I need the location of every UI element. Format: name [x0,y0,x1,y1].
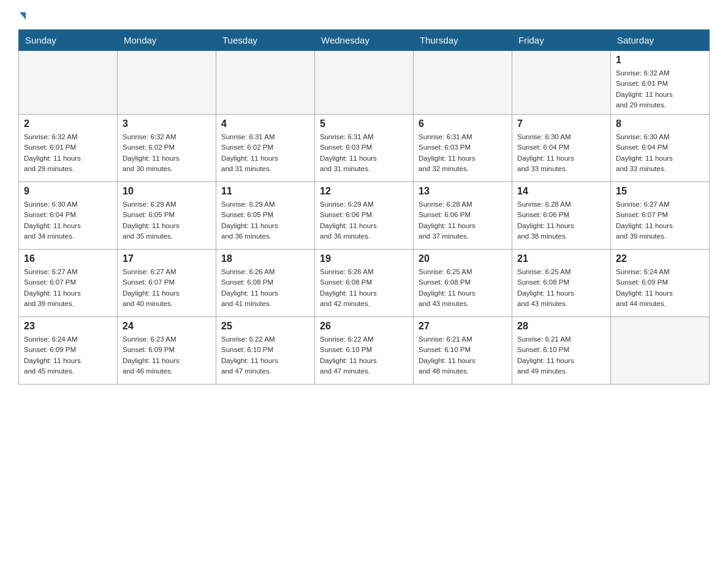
calendar-week-2: 2Sunrise: 6:32 AM Sunset: 6:01 PM Daylig… [19,115,710,182]
calendar-cell: 8Sunrise: 6:30 AM Sunset: 6:04 PM Daylig… [611,115,710,182]
logo [18,12,26,20]
calendar-cell: 7Sunrise: 6:30 AM Sunset: 6:04 PM Daylig… [512,115,611,182]
day-number: 18 [221,253,309,264]
calendar-cell: 13Sunrise: 6:28 AM Sunset: 6:06 PM Dayli… [414,182,512,250]
calendar-cell: 28Sunrise: 6:21 AM Sunset: 6:10 PM Dayli… [512,317,611,385]
day-info: Sunrise: 6:28 AM Sunset: 6:06 PM Dayligh… [419,199,507,242]
day-number: 20 [419,253,507,264]
day-info: Sunrise: 6:32 AM Sunset: 6:01 PM Dayligh… [616,68,704,110]
day-number: 5 [320,118,408,129]
day-number: 10 [123,186,211,197]
calendar-cell: 3Sunrise: 6:32 AM Sunset: 6:02 PM Daylig… [118,115,216,182]
day-info: Sunrise: 6:26 AM Sunset: 6:08 PM Dayligh… [320,267,408,309]
day-number: 6 [419,118,507,129]
day-info: Sunrise: 6:30 AM Sunset: 6:04 PM Dayligh… [24,199,112,242]
day-info: Sunrise: 6:28 AM Sunset: 6:06 PM Dayligh… [517,199,605,242]
weekday-header-monday: Monday [118,30,216,51]
weekday-header-saturday: Saturday [611,30,710,51]
page-header [18,12,710,20]
weekday-header-sunday: Sunday [19,30,118,51]
calendar-week-3: 9Sunrise: 6:30 AM Sunset: 6:04 PM Daylig… [19,182,710,250]
calendar-cell: 11Sunrise: 6:29 AM Sunset: 6:05 PM Dayli… [216,182,315,250]
day-number: 3 [123,118,211,129]
day-number: 2 [24,118,112,129]
calendar-cell: 19Sunrise: 6:26 AM Sunset: 6:08 PM Dayli… [315,250,414,317]
calendar-body: 1Sunrise: 6:32 AM Sunset: 6:01 PM Daylig… [19,51,710,385]
calendar-cell: 21Sunrise: 6:25 AM Sunset: 6:08 PM Dayli… [512,250,611,317]
calendar-cell: 9Sunrise: 6:30 AM Sunset: 6:04 PM Daylig… [19,182,118,250]
calendar-cell: 27Sunrise: 6:21 AM Sunset: 6:10 PM Dayli… [414,317,512,385]
calendar-cell: 5Sunrise: 6:31 AM Sunset: 6:03 PM Daylig… [315,115,414,182]
calendar-cell: 14Sunrise: 6:28 AM Sunset: 6:06 PM Dayli… [512,182,611,250]
weekday-row: SundayMondayTuesdayWednesdayThursdayFrid… [19,30,710,51]
day-number: 28 [517,321,605,332]
day-number: 17 [123,253,211,264]
day-info: Sunrise: 6:32 AM Sunset: 6:02 PM Dayligh… [123,132,211,174]
weekday-header-wednesday: Wednesday [315,30,414,51]
calendar-header: SundayMondayTuesdayWednesdayThursdayFrid… [19,30,710,51]
day-number: 25 [221,321,309,332]
day-number: 23 [24,321,112,332]
day-info: Sunrise: 6:29 AM Sunset: 6:05 PM Dayligh… [123,199,211,242]
day-number: 4 [221,118,309,129]
day-info: Sunrise: 6:30 AM Sunset: 6:04 PM Dayligh… [517,132,605,174]
day-number: 21 [517,253,605,264]
day-info: Sunrise: 6:22 AM Sunset: 6:10 PM Dayligh… [221,334,309,377]
day-info: Sunrise: 6:25 AM Sunset: 6:08 PM Dayligh… [419,267,507,309]
day-info: Sunrise: 6:24 AM Sunset: 6:09 PM Dayligh… [24,334,112,377]
calendar-table: SundayMondayTuesdayWednesdayThursdayFrid… [18,29,710,385]
day-number: 8 [616,118,704,129]
day-number: 14 [517,186,605,197]
calendar-cell: 22Sunrise: 6:24 AM Sunset: 6:09 PM Dayli… [611,250,710,317]
day-info: Sunrise: 6:22 AM Sunset: 6:10 PM Dayligh… [320,334,408,377]
day-number: 22 [616,253,704,264]
day-info: Sunrise: 6:23 AM Sunset: 6:09 PM Dayligh… [123,334,211,377]
day-number: 15 [616,186,704,197]
calendar-cell: 25Sunrise: 6:22 AM Sunset: 6:10 PM Dayli… [216,317,315,385]
weekday-header-friday: Friday [512,30,611,51]
calendar-cell [611,317,710,385]
day-number: 1 [616,55,704,66]
day-number: 12 [320,186,408,197]
calendar-week-5: 23Sunrise: 6:24 AM Sunset: 6:09 PM Dayli… [19,317,710,385]
calendar-week-4: 16Sunrise: 6:27 AM Sunset: 6:07 PM Dayli… [19,250,710,317]
day-info: Sunrise: 6:31 AM Sunset: 6:03 PM Dayligh… [419,132,507,174]
day-info: Sunrise: 6:30 AM Sunset: 6:04 PM Dayligh… [616,132,704,174]
calendar-cell: 20Sunrise: 6:25 AM Sunset: 6:08 PM Dayli… [414,250,512,317]
calendar-cell: 23Sunrise: 6:24 AM Sunset: 6:09 PM Dayli… [19,317,118,385]
day-number: 16 [24,253,112,264]
calendar-cell [414,51,512,115]
calendar-cell [315,51,414,115]
calendar-cell: 1Sunrise: 6:32 AM Sunset: 6:01 PM Daylig… [611,51,710,115]
calendar-cell: 4Sunrise: 6:31 AM Sunset: 6:02 PM Daylig… [216,115,315,182]
calendar-cell: 10Sunrise: 6:29 AM Sunset: 6:05 PM Dayli… [118,182,216,250]
day-number: 7 [517,118,605,129]
day-info: Sunrise: 6:31 AM Sunset: 6:03 PM Dayligh… [320,132,408,174]
calendar-cell: 17Sunrise: 6:27 AM Sunset: 6:07 PM Dayli… [118,250,216,317]
calendar-cell: 6Sunrise: 6:31 AM Sunset: 6:03 PM Daylig… [414,115,512,182]
day-number: 24 [123,321,211,332]
day-info: Sunrise: 6:24 AM Sunset: 6:09 PM Dayligh… [616,267,704,309]
calendar-cell: 16Sunrise: 6:27 AM Sunset: 6:07 PM Dayli… [19,250,118,317]
day-number: 13 [419,186,507,197]
day-info: Sunrise: 6:27 AM Sunset: 6:07 PM Dayligh… [616,199,704,242]
day-number: 11 [221,186,309,197]
calendar-cell [118,51,216,115]
calendar-cell: 24Sunrise: 6:23 AM Sunset: 6:09 PM Dayli… [118,317,216,385]
calendar-cell: 12Sunrise: 6:29 AM Sunset: 6:06 PM Dayli… [315,182,414,250]
day-info: Sunrise: 6:26 AM Sunset: 6:08 PM Dayligh… [221,267,309,309]
day-number: 27 [419,321,507,332]
calendar-cell [216,51,315,115]
calendar-week-1: 1Sunrise: 6:32 AM Sunset: 6:01 PM Daylig… [19,51,710,115]
calendar-cell [512,51,611,115]
day-info: Sunrise: 6:21 AM Sunset: 6:10 PM Dayligh… [517,334,605,377]
day-info: Sunrise: 6:27 AM Sunset: 6:07 PM Dayligh… [123,267,211,309]
day-number: 19 [320,253,408,264]
weekday-header-thursday: Thursday [414,30,512,51]
day-number: 26 [320,321,408,332]
day-number: 9 [24,186,112,197]
day-info: Sunrise: 6:21 AM Sunset: 6:10 PM Dayligh… [419,334,507,377]
day-info: Sunrise: 6:27 AM Sunset: 6:07 PM Dayligh… [24,267,112,309]
day-info: Sunrise: 6:32 AM Sunset: 6:01 PM Dayligh… [24,132,112,174]
day-info: Sunrise: 6:25 AM Sunset: 6:08 PM Dayligh… [517,267,605,309]
